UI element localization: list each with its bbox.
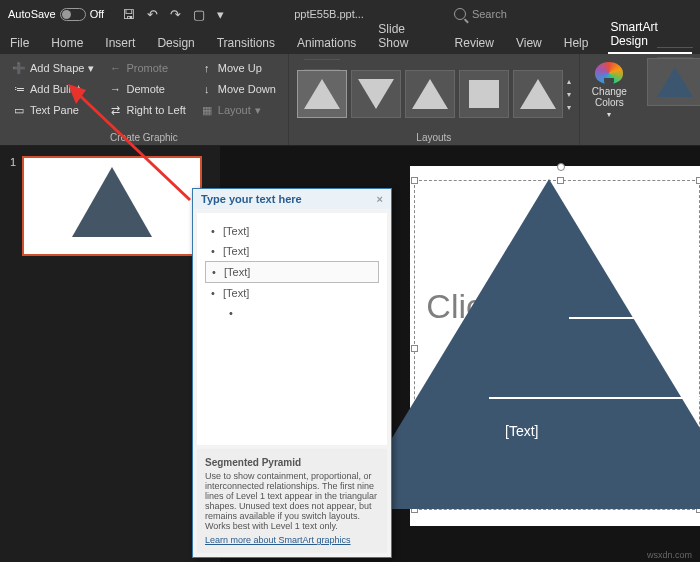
- layout-option-3[interactable]: [405, 70, 455, 118]
- pyramid-text-1[interactable]: [Text]: [656, 263, 689, 279]
- tab-slideshow[interactable]: Slide Show: [376, 18, 434, 54]
- save-icon[interactable]: 🖫: [122, 7, 135, 22]
- pyramid-text-3[interactable]: [Text]: [505, 423, 689, 439]
- move-up-icon: ↑: [200, 61, 214, 75]
- textpane-item[interactable]: [Text]: [205, 221, 379, 241]
- right-to-left-button[interactable]: ⇄Right to Left: [104, 100, 189, 120]
- demote-icon: →: [108, 82, 122, 96]
- add-shape-button[interactable]: ➕Add Shape ▾: [8, 58, 98, 78]
- layout-option-5[interactable]: [513, 70, 563, 118]
- smartart-selection[interactable]: [Text] [Text] [Text]: [414, 180, 700, 510]
- smartart-text-pane[interactable]: Type your text here × [Text] [Text] [Tex…: [192, 188, 392, 558]
- tab-insert[interactable]: Insert: [103, 32, 137, 54]
- undo-icon[interactable]: ↶: [147, 7, 158, 22]
- group-change-colors: Change Colors ▾: [580, 54, 639, 145]
- thumbnail-number: 1: [10, 156, 16, 168]
- textpane-info-body: Use to show containment, proportional, o…: [205, 471, 377, 531]
- layout-option-2[interactable]: [351, 70, 401, 118]
- textpane-header: Type your text here ×: [193, 189, 391, 209]
- add-bullet-button[interactable]: ≔Add Bullet: [8, 79, 98, 99]
- close-icon[interactable]: ×: [377, 193, 383, 205]
- layouts-scroll[interactable]: ▴▾▾: [567, 77, 571, 112]
- search-icon: [454, 8, 466, 20]
- ribbon: ➕Add Shape ▾ ≔Add Bullet ▭Text Pane ←Pro…: [0, 54, 700, 146]
- textpane-item-selected[interactable]: [Text]: [205, 261, 379, 283]
- quick-access-toolbar: 🖫 ↶ ↷ ▢ ▾: [122, 7, 224, 22]
- present-icon[interactable]: ▢: [193, 7, 205, 22]
- chevron-down-icon: ▾: [607, 110, 611, 119]
- move-down-icon: ↓: [200, 82, 214, 96]
- group-create-graphic: ➕Add Shape ▾ ≔Add Bullet ▭Text Pane ←Pro…: [0, 54, 289, 145]
- textpane-item[interactable]: [Text]: [205, 283, 379, 303]
- textpane-info-title: Segmented Pyramid: [205, 457, 379, 468]
- watermark: wsxdn.com: [647, 550, 692, 560]
- move-up-button[interactable]: ↑Move Up: [196, 58, 280, 78]
- group-layouts: ▴▾▾ Layouts: [289, 54, 580, 145]
- demote-button[interactable]: →Demote: [104, 79, 189, 99]
- promote-icon: ←: [108, 61, 122, 75]
- text-pane-button[interactable]: ▭Text Pane: [8, 100, 98, 120]
- textpane-item[interactable]: [Text]: [205, 241, 379, 261]
- group-label-create-graphic: Create Graphic: [8, 130, 280, 143]
- tab-file[interactable]: File: [8, 32, 31, 54]
- change-colors-button[interactable]: Change Colors ▾: [588, 58, 631, 123]
- add-shape-icon: ➕: [12, 61, 26, 75]
- qat-more-icon[interactable]: ▾: [217, 7, 224, 22]
- search-placeholder: Search: [472, 8, 507, 20]
- search-box[interactable]: Search: [454, 8, 507, 20]
- bullet-icon: ≔: [12, 82, 26, 96]
- tab-view[interactable]: View: [514, 32, 544, 54]
- document-title: pptE55B.ppt...: [294, 8, 364, 20]
- layout-option-4[interactable]: [459, 70, 509, 118]
- tab-help[interactable]: Help: [562, 32, 591, 54]
- chevron-down-icon: ▾: [88, 62, 94, 75]
- tab-home[interactable]: Home: [49, 32, 85, 54]
- tab-animations[interactable]: Animations: [295, 32, 358, 54]
- ribbon-tabs: File Home Insert Design Transitions Anim…: [0, 28, 700, 54]
- textpane-info: Segmented Pyramid Use to show containmen…: [197, 449, 387, 553]
- rotate-handle[interactable]: [557, 163, 565, 171]
- layout-option-1[interactable]: [297, 70, 347, 118]
- chevron-down-icon: ▾: [255, 104, 261, 117]
- textpane-subitem[interactable]: [205, 303, 379, 311]
- layout-icon: ▦: [200, 103, 214, 117]
- pyramid-divider: [639, 247, 700, 249]
- textpane-body[interactable]: [Text] [Text] [Text] [Text]: [197, 213, 387, 445]
- pyramid-icon: [72, 167, 152, 237]
- chevron-up-icon: ▴: [567, 77, 571, 86]
- pyramid-text-2[interactable]: [Text]: [656, 333, 689, 349]
- move-down-button[interactable]: ↓Move Down: [196, 79, 280, 99]
- textpane-icon: ▭: [12, 103, 26, 117]
- slide-thumbnail-1[interactable]: [22, 156, 202, 256]
- group-label-layouts: Layouts: [297, 130, 571, 143]
- pyramid-divider: [569, 317, 700, 319]
- textpane-info-link[interactable]: Learn more about SmartArt graphics: [205, 535, 379, 545]
- redo-icon[interactable]: ↷: [170, 7, 181, 22]
- chevron-down-icon: ▾: [567, 90, 571, 99]
- rtl-icon: ⇄: [108, 103, 122, 117]
- slide-thumbnail-panel: 1: [0, 146, 220, 562]
- tab-review[interactable]: Review: [453, 32, 496, 54]
- layout-button[interactable]: ▦Layout ▾: [196, 100, 280, 120]
- toggle-switch[interactable]: [60, 8, 86, 21]
- textpane-title: Type your text here: [201, 193, 302, 205]
- tab-transitions[interactable]: Transitions: [215, 32, 277, 54]
- pyramid-smartart[interactable]: [349, 179, 700, 509]
- group-styles: [639, 54, 700, 145]
- promote-button[interactable]: ←Promote: [104, 58, 189, 78]
- style-option-1[interactable]: [647, 58, 700, 106]
- tab-design[interactable]: Design: [155, 32, 196, 54]
- pyramid-divider: [489, 397, 700, 399]
- palette-icon: [595, 62, 623, 84]
- autosave-state: Off: [90, 8, 104, 20]
- autosave-label: AutoSave: [8, 8, 56, 20]
- autosave-toggle[interactable]: AutoSave Off: [8, 8, 104, 21]
- tab-smartart-design[interactable]: SmartArt Design: [608, 16, 692, 54]
- title-bar: AutoSave Off 🖫 ↶ ↷ ▢ ▾ pptE55B.ppt... Se…: [0, 0, 700, 28]
